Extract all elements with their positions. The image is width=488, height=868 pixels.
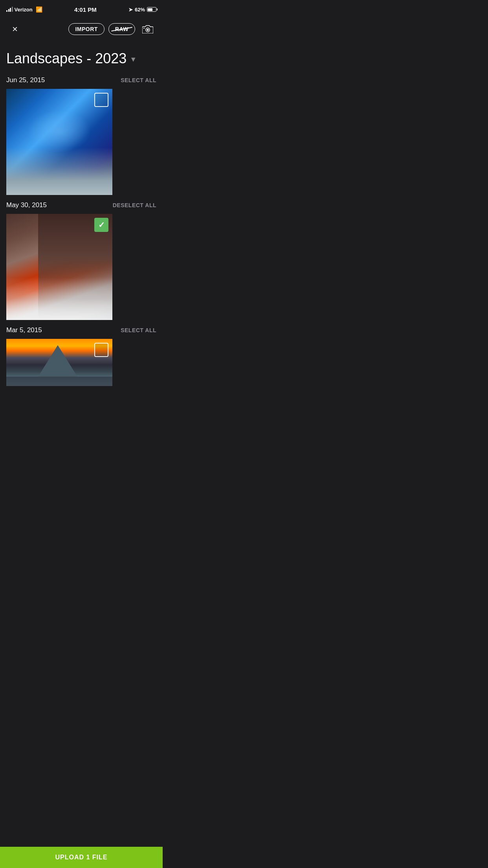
date-header-0: Jun 25, 2015 SELECT ALL xyxy=(6,76,156,84)
photo-grid-1 xyxy=(6,214,156,320)
import-button[interactable]: IMPORT xyxy=(68,23,104,35)
date-label-0: Jun 25, 2015 xyxy=(6,76,45,84)
status-time: 4:01 PM xyxy=(74,6,97,13)
status-left: Verizon 📶 xyxy=(6,6,42,13)
photo-grid-2 xyxy=(6,339,156,386)
date-header-2: Mar 5, 2015 SELECT ALL xyxy=(6,326,156,334)
select-all-button-0[interactable]: SELECT ALL xyxy=(121,77,156,83)
album-title[interactable]: Landscapes - 2023 ▼ xyxy=(6,50,156,67)
svg-rect-2 xyxy=(143,28,145,29)
app-header: × IMPORT RAW xyxy=(0,17,163,42)
status-right: ➤ 62% xyxy=(128,7,156,13)
photo-grid-0 xyxy=(6,89,156,195)
wifi-icon: 📶 xyxy=(36,6,42,13)
deselect-all-button-1[interactable]: DESELECT ALL xyxy=(113,202,156,208)
battery-icon xyxy=(147,7,156,12)
battery-percent: 62% xyxy=(135,7,145,13)
date-section-0: Jun 25, 2015 SELECT ALL xyxy=(0,76,163,195)
dropdown-chevron-icon: ▼ xyxy=(130,55,137,64)
raw-button[interactable]: RAW xyxy=(108,23,135,35)
status-bar: Verizon 📶 4:01 PM ➤ 62% xyxy=(0,0,163,17)
photo-item-0-0[interactable] xyxy=(6,89,112,195)
photo-item-2-0[interactable] xyxy=(6,339,112,386)
svg-point-1 xyxy=(147,29,149,31)
content-scroll: Jun 25, 2015 SELECT ALL May 30, 2015 DES… xyxy=(0,76,163,424)
camera-icon xyxy=(142,25,153,33)
album-title-section: Landscapes - 2023 ▼ xyxy=(0,42,163,76)
camera-button[interactable] xyxy=(139,20,156,38)
date-label-1: May 30, 2015 xyxy=(6,201,47,209)
date-label-2: Mar 5, 2015 xyxy=(6,326,42,334)
photo-checkbox-1-0[interactable] xyxy=(94,218,108,232)
photo-checkbox-0-0[interactable] xyxy=(94,93,108,107)
date-header-1: May 30, 2015 DESELECT ALL xyxy=(6,201,156,209)
location-icon: ➤ xyxy=(128,7,133,13)
date-section-2: Mar 5, 2015 SELECT ALL xyxy=(0,326,163,386)
carrier-label: Verizon xyxy=(15,7,33,13)
close-icon: × xyxy=(12,24,18,34)
select-all-button-2[interactable]: SELECT ALL xyxy=(121,327,156,333)
photo-checkbox-2-0[interactable] xyxy=(94,343,108,357)
signal-bars-icon xyxy=(6,7,13,12)
close-button[interactable]: × xyxy=(6,20,24,38)
date-section-1: May 30, 2015 DESELECT ALL xyxy=(0,201,163,320)
photo-item-1-0[interactable] xyxy=(6,214,112,320)
header-actions: IMPORT RAW xyxy=(68,20,156,38)
